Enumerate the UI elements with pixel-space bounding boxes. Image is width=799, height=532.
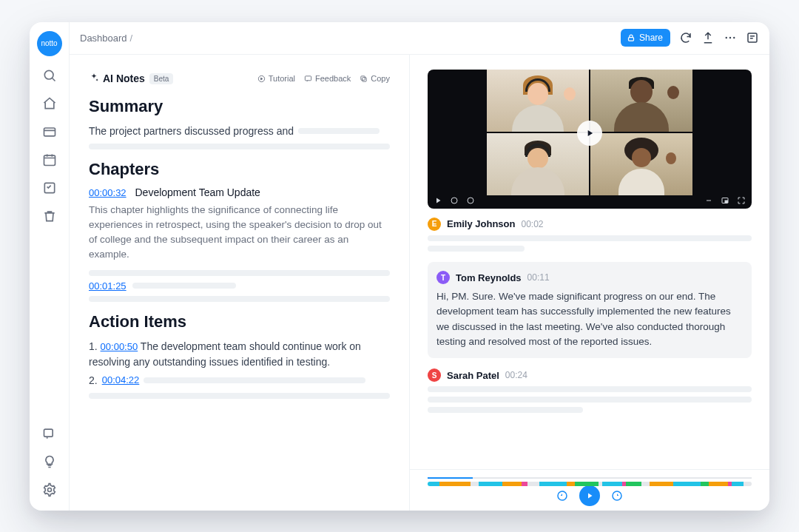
placeholder (428, 235, 752, 241)
home-icon[interactable] (42, 96, 57, 111)
transcript-list[interactable]: EEmily Johnson00:02TTom Reynolds00:11Hi,… (410, 218, 769, 469)
notes-header: AI Notes Beta Tutorial Feedback Copy (89, 73, 390, 85)
play-button[interactable] (579, 485, 600, 506)
timestamp-link[interactable]: 00:00:50 (101, 341, 138, 352)
svg-rect-3 (44, 155, 55, 165)
tasks-icon[interactable] (42, 181, 57, 195)
media-pane: EEmily Johnson00:02TTom Reynolds00:11Hi,… (410, 55, 769, 511)
calendar-icon[interactable] (42, 152, 57, 167)
sidebar: notto (30, 22, 70, 511)
avatar: E (428, 218, 441, 231)
placeholder (89, 393, 390, 399)
pip-icon[interactable] (721, 195, 729, 208)
svg-rect-14 (363, 77, 367, 81)
speaker-name: Emily Johnson (447, 218, 515, 229)
timestamp-link[interactable]: 00:01:25 (89, 280, 127, 292)
rewind-button[interactable] (556, 489, 569, 502)
action-heading: Action Items (89, 312, 390, 331)
participant-tile (590, 70, 692, 132)
svg-point-9 (729, 37, 731, 38)
panel-icon[interactable] (746, 31, 759, 44)
more-icon[interactable] (724, 31, 737, 44)
forward-icon[interactable] (466, 195, 475, 208)
participant-tile (590, 133, 692, 195)
chapters-heading: Chapters (89, 160, 390, 179)
timestamp-link[interactable]: 00:00:32 (89, 187, 127, 198)
svg-rect-15 (361, 75, 365, 80)
svg-rect-2 (44, 128, 55, 136)
avatar: S (428, 368, 441, 382)
speaker-name: Tom Reynolds (456, 271, 522, 286)
participant-tile (487, 70, 589, 132)
video-player[interactable] (428, 70, 752, 209)
trash-icon[interactable] (42, 209, 57, 223)
sync-icon[interactable] (679, 31, 692, 44)
app-window: notto (30, 22, 769, 511)
summary-heading: Summary (89, 97, 390, 116)
share-button[interactable]: Share (621, 29, 670, 47)
audio-player (410, 469, 769, 511)
chapter-item: 00:00:32 Development Team Update (89, 186, 390, 198)
svg-point-6 (47, 488, 51, 491)
copy-link[interactable]: Copy (360, 74, 390, 83)
placeholder (428, 397, 752, 403)
play-small-icon[interactable] (434, 195, 442, 208)
avatar: T (436, 271, 450, 284)
participant-tile (487, 133, 589, 195)
main-area: Dashboard/ Share (70, 22, 769, 511)
svg-point-10 (733, 37, 735, 38)
placeholder (132, 283, 236, 289)
rewind-icon[interactable] (450, 195, 459, 208)
notes-pane: AI Notes Beta Tutorial Feedback Copy (70, 55, 410, 511)
sparkle-icon (89, 73, 99, 85)
svg-point-8 (726, 37, 727, 38)
placeholder (89, 144, 390, 149)
fullscreen-icon[interactable] (737, 195, 746, 208)
chapter-item: 00:01:25 (89, 280, 390, 292)
entry-timestamp: 00:11 (527, 271, 550, 284)
export-icon[interactable] (701, 31, 715, 44)
progress-track[interactable] (428, 477, 752, 479)
forward-button[interactable] (610, 489, 624, 502)
entry-timestamp: 00:24 (505, 370, 527, 380)
entry-timestamp: 00:02 (521, 219, 543, 229)
notes-title: AI Notes (103, 73, 145, 84)
transcript-entry[interactable]: SSarah Patel00:24 (428, 368, 752, 413)
transcript-entry[interactable]: TTom Reynolds00:11Hi, PM. Sure. We've ma… (428, 262, 752, 359)
summary-text: The project partners discussed progress … (89, 124, 294, 139)
placeholder (428, 386, 752, 392)
minimize-icon[interactable] (704, 195, 713, 208)
svg-point-0 (44, 70, 53, 79)
placeholder (89, 296, 390, 302)
svg-rect-13 (305, 75, 311, 80)
placeholder (144, 377, 365, 383)
breadcrumb[interactable]: Dashboard/ (80, 33, 132, 44)
tutorial-link[interactable]: Tutorial (257, 74, 295, 83)
gear-icon[interactable] (42, 482, 57, 497)
topbar: Dashboard/ Share (70, 22, 769, 55)
folder-icon[interactable] (42, 124, 57, 139)
video-controls (428, 194, 752, 209)
play-overlay-button[interactable] (577, 121, 602, 146)
transcript-entry[interactable]: EEmily Johnson00:02 (428, 218, 752, 252)
placeholder (428, 246, 525, 252)
svg-rect-19 (725, 201, 728, 203)
beta-badge: Beta (149, 73, 174, 84)
speaker-segments[interactable] (428, 482, 752, 486)
timestamp-link[interactable]: 00:04:22 (102, 373, 140, 388)
action-item: 1. 00:00:50 The development team should … (89, 339, 390, 370)
chapter-desc: This chapter highlights the significance… (89, 203, 390, 263)
svg-rect-5 (44, 429, 53, 437)
announcement-icon[interactable] (42, 426, 57, 441)
entry-text: Hi, PM. Sure. We've made significant pro… (436, 289, 743, 349)
speaker-name: Sarah Patel (447, 370, 499, 381)
svg-rect-7 (628, 38, 633, 41)
search-icon[interactable] (42, 68, 57, 83)
svg-rect-4 (44, 183, 54, 192)
feedback-link[interactable]: Feedback (304, 74, 351, 83)
svg-line-1 (52, 78, 55, 81)
logo[interactable]: notto (37, 31, 62, 56)
lightbulb-icon[interactable] (42, 454, 57, 469)
svg-point-17 (468, 198, 473, 203)
chapter-title: Development Team Update (135, 186, 260, 198)
